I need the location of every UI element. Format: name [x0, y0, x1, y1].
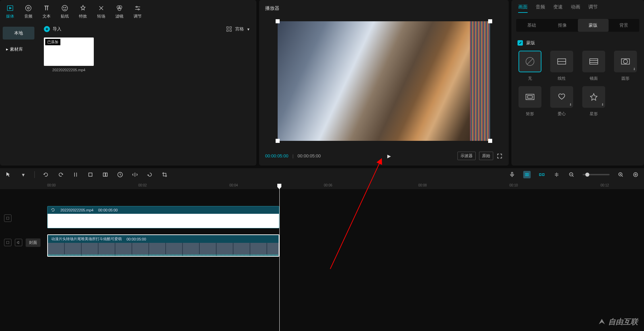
nav-media[interactable]: 媒体 [3, 3, 17, 21]
pointer-tool[interactable] [5, 171, 12, 178]
timeline-ruler[interactable]: 00:00 00:02 00:04 00:06 00:08 00:10 00:1… [0, 181, 644, 189]
resize-handle-tr[interactable] [488, 19, 492, 23]
subtab-background[interactable]: 背景 [609, 19, 639, 32]
nav-media-label: 媒体 [6, 14, 14, 19]
refresh-icon [51, 208, 56, 212]
rotate-tool[interactable] [146, 171, 153, 178]
nav-filter[interactable]: 滤镜 [113, 3, 126, 21]
nav-effect-label: 特效 [79, 14, 87, 19]
player-panel: 播放器 00:00:05:00 | 00:00:05:00 ▶ 示波器 原始 [259, 0, 509, 166]
tab-adjust[interactable]: 调节 [588, 4, 598, 13]
play-button[interactable]: ▶ [387, 153, 391, 159]
chevron-down-icon[interactable]: ▾ [20, 171, 27, 178]
tab-animation[interactable]: 动画 [571, 4, 580, 13]
svg-rect-33 [527, 173, 529, 176]
nav-sticker[interactable]: 贴纸 [58, 3, 72, 21]
oscilloscope-button[interactable]: 示波器 [457, 152, 476, 160]
clip-duration: 00:00:05:00 [127, 237, 146, 241]
nav-text[interactable]: 文本 [40, 3, 53, 21]
current-time: 00:00:05:00 [265, 153, 288, 158]
magnet-main-button[interactable] [523, 171, 531, 178]
nav-audio-label: 音频 [24, 14, 32, 19]
svg-point-5 [63, 7, 64, 8]
svg-point-24 [623, 59, 627, 63]
svg-point-2 [26, 5, 31, 11]
align-button[interactable] [553, 171, 560, 178]
svg-rect-15 [230, 30, 231, 31]
mask-rect[interactable]: 矩形 [517, 86, 542, 117]
svg-point-10 [136, 6, 137, 8]
sidebar-library[interactable]: ▸ 素材库 [3, 43, 34, 56]
zoom-out-button[interactable] [568, 171, 575, 178]
fit-button[interactable] [632, 171, 639, 178]
ruler-tick: 00:04 [229, 183, 238, 187]
resize-handle-br[interactable] [488, 139, 492, 143]
nav-sticker-label: 贴纸 [61, 14, 69, 19]
fullscreen-button[interactable] [497, 153, 503, 159]
download-icon: ⬇ [569, 103, 572, 106]
mask-star[interactable]: ⬇ 星形 [581, 86, 606, 117]
props-subtabs: 基础 抠像 蒙版 背景 [516, 19, 639, 32]
trim-right-tool[interactable] [102, 171, 109, 178]
zoom-in-button[interactable] [617, 171, 624, 178]
import-button[interactable]: + 导入 [44, 26, 61, 32]
mask-none[interactable]: 无 [517, 51, 542, 81]
nav-effect[interactable]: 特效 [76, 3, 90, 21]
clip-name: 动漫片头转场片尾唯美场所打斗炫酷可爱萌 [51, 236, 122, 241]
svg-rect-29 [106, 173, 107, 176]
mask-mirror[interactable]: 镜面 [581, 51, 606, 81]
text-icon [43, 4, 51, 12]
total-time: 00:00:05:00 [298, 153, 321, 158]
timeline-clip-main[interactable]: 动漫片头转场片尾唯美场所打斗炫酷可爱萌 00:00:05:00 [47, 234, 279, 257]
clip-duration: 00:00:05:00 [98, 208, 118, 212]
ruler-tick: 00:08 [418, 183, 427, 187]
redo-button[interactable] [57, 171, 64, 178]
timeline-toolbar: ▾ [0, 168, 644, 181]
mask-checkbox[interactable]: ✓ [517, 40, 523, 46]
nav-transition[interactable]: 转场 [94, 3, 108, 21]
svg-line-37 [572, 176, 573, 177]
view-mode-label: 宫格 [235, 26, 244, 32]
subtab-cutout[interactable]: 抠像 [547, 19, 578, 32]
sidebar-local[interactable]: 本地 [3, 27, 34, 40]
ruler-tick: 00:10 [509, 183, 518, 187]
tab-speed[interactable]: 变速 [553, 4, 563, 13]
nav-adjust[interactable]: 调节 [131, 3, 144, 21]
svg-rect-25 [526, 94, 534, 100]
subtab-basic[interactable]: 基础 [516, 19, 547, 32]
track-lock-2[interactable]: ☐ [4, 239, 11, 246]
crop-tool[interactable] [161, 171, 168, 178]
mask-linear[interactable]: 线性 [549, 51, 574, 81]
undo-button[interactable] [42, 171, 50, 178]
track-mute[interactable] [15, 239, 22, 246]
resize-handle-tl[interactable] [276, 19, 280, 23]
mirror-tool[interactable] [131, 171, 139, 178]
track-lock-1[interactable]: ☐ [4, 214, 11, 222]
split-tool[interactable] [72, 171, 79, 178]
tab-picture[interactable]: 画面 [518, 4, 528, 13]
view-controls[interactable]: 宫格 ▾ [226, 26, 250, 32]
track-cover-button[interactable]: 封面 [26, 238, 40, 247]
nav-audio[interactable]: 音频 [22, 3, 35, 21]
svg-marker-1 [9, 7, 11, 9]
media-thumb-item[interactable]: 已添加 202202022205.mp4 [44, 37, 94, 72]
video-preview[interactable] [278, 21, 490, 141]
mask-heart[interactable]: ⬇ 爱心 [549, 86, 574, 117]
timeline-clip-overlay[interactable]: 202202022205.mp4 00:00:05:00 [47, 206, 279, 228]
mask-circle[interactable]: ⬇ 圆形 [613, 51, 638, 81]
zoom-slider[interactable] [583, 174, 610, 175]
media-icon [6, 4, 14, 12]
resize-handle-bl[interactable] [276, 139, 280, 143]
trim-left-tool[interactable] [87, 171, 94, 178]
time-display: 00:00:05:00 | 00:00:05:00 [265, 153, 321, 158]
magnet-aux-button[interactable] [538, 171, 545, 178]
original-button[interactable]: 原始 [479, 152, 493, 160]
tab-audio[interactable]: 音频 [536, 4, 545, 13]
ruler-tick: 00:12 [600, 183, 609, 187]
mic-button[interactable] [508, 171, 516, 178]
svg-rect-27 [89, 173, 92, 176]
download-icon: ⬇ [601, 103, 604, 106]
playhead[interactable] [279, 186, 280, 331]
speed-tool[interactable] [116, 171, 124, 178]
subtab-mask[interactable]: 蒙版 [578, 19, 609, 32]
